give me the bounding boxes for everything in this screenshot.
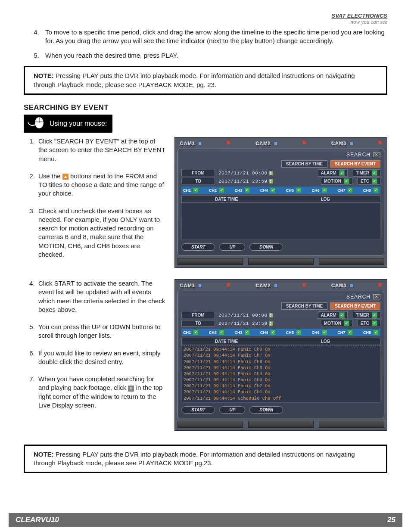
footer-page-number: 25 bbox=[387, 516, 395, 524]
status-dot-icon bbox=[274, 142, 277, 145]
status-dot-icon bbox=[199, 142, 201, 145]
start-button[interactable]: START bbox=[181, 243, 215, 251]
log-row[interactable]: 2007/11/21 09:44:14 Panic Ch4 On bbox=[184, 371, 378, 377]
cam2-label: CAM2 bbox=[256, 141, 271, 146]
footer-model: CLEARVU10 bbox=[16, 516, 59, 524]
spinner-icon[interactable]: ▲▼ bbox=[269, 179, 273, 184]
ch6-checkbox[interactable]: CH6✓ bbox=[312, 330, 327, 335]
timer-checkbox[interactable]: TIMER✓ bbox=[353, 311, 380, 319]
to-value[interactable]: 2007/11/21 23:59 bbox=[218, 179, 268, 184]
event-step-3: Check and uncheck the event boxes as nee… bbox=[37, 207, 166, 259]
timer-checkbox[interactable]: TIMER✓ bbox=[353, 169, 380, 177]
page-header: SVAT ELECTRONICS now you can see bbox=[24, 13, 387, 25]
spinner-icon[interactable]: ▲▼ bbox=[269, 321, 273, 326]
record-icon bbox=[378, 283, 382, 286]
note-box-1: NOTE: Pressing PLAY puts the DVR into pl… bbox=[24, 66, 387, 95]
status-dot-icon bbox=[350, 284, 353, 287]
ch6-checkbox[interactable]: CH6✓ bbox=[312, 187, 327, 193]
up-button[interactable]: UP bbox=[219, 406, 245, 414]
record-icon bbox=[302, 283, 306, 286]
from-value[interactable]: 2007/11/21 00:00 bbox=[218, 171, 268, 176]
results-table[interactable]: 2007/11/21 09:44:14 Panic Ch8 On 2007/11… bbox=[181, 345, 380, 403]
tab-search-by-time[interactable]: SEARCH BY TIME bbox=[281, 160, 327, 168]
record-icon bbox=[227, 141, 230, 144]
tab-search-by-time[interactable]: SEARCH BY TIME bbox=[281, 302, 327, 310]
record-icon bbox=[302, 141, 306, 144]
col-datetime: DATE TIME bbox=[182, 196, 271, 202]
ch4-checkbox[interactable]: CH4✓ bbox=[260, 187, 276, 193]
ch7-checkbox[interactable]: CH7✓ bbox=[337, 330, 353, 335]
event-steps-a: Click "SEARCH BY EVENT" at the top of th… bbox=[24, 137, 166, 259]
ch8-checkbox[interactable]: CH8✓ bbox=[363, 330, 379, 335]
step-5: When you reach the desired time, press P… bbox=[41, 51, 387, 60]
section-heading: SEARCHING BY EVENT bbox=[24, 103, 387, 112]
spinner-icon: ▲ bbox=[62, 174, 68, 180]
log-row[interactable]: 2007/11/21 09:44:14 Panic Ch7 On bbox=[184, 352, 378, 358]
search-title: SEARCH bbox=[346, 152, 371, 158]
step-4: To move to a specific time period, click… bbox=[41, 28, 387, 46]
ch1-checkbox[interactable]: CH1✓ bbox=[183, 187, 199, 193]
etc-checkbox[interactable]: ETC✓ bbox=[358, 320, 380, 327]
brand-tagline: now you can see bbox=[24, 19, 387, 25]
event-step-6: If you would like to review an event, si… bbox=[37, 349, 166, 367]
close-icon[interactable]: ✕ bbox=[373, 152, 380, 157]
tab-search-by-event[interactable]: SEARCH BY EVENT bbox=[330, 302, 380, 310]
down-button[interactable]: DOWN bbox=[249, 406, 283, 414]
event-step-2: Use the ▲ buttons next to the FROM and T… bbox=[37, 172, 166, 198]
etc-checkbox[interactable]: ETC✓ bbox=[358, 177, 380, 185]
using-mouse-callout: Using your mouse: bbox=[24, 115, 112, 133]
ch5-checkbox[interactable]: CH5✓ bbox=[286, 187, 302, 193]
to-label: TO bbox=[181, 178, 215, 184]
mouse-icon bbox=[27, 116, 45, 131]
dvr-screenshot-1: CAM1 CAM2 CAM3 SEARCH ✕ SEARCH BY TIME S… bbox=[174, 137, 387, 268]
log-row[interactable]: 2007/11/21 09:44:14 Panic Ch6 On bbox=[184, 359, 378, 365]
ch7-checkbox[interactable]: CH7✓ bbox=[337, 187, 353, 193]
tab-search-by-event[interactable]: SEARCH BY EVENT bbox=[330, 160, 380, 168]
alarm-checkbox[interactable]: ALARM✓ bbox=[318, 169, 348, 177]
event-steps-b: Click START to activate the search. The … bbox=[24, 279, 166, 410]
page-footer: CLEARVU10 25 bbox=[9, 513, 402, 527]
spinner-icon[interactable]: ▲▼ bbox=[269, 313, 273, 317]
status-dot-icon bbox=[350, 142, 353, 145]
log-row[interactable]: 2007/11/21 09:44:14 Schedule Ch8 Off bbox=[184, 395, 378, 401]
event-step-1: Click "SEARCH BY EVENT" at the top of th… bbox=[37, 137, 166, 163]
log-row[interactable]: 2007/11/21 09:44:14 Panic Ch3 On bbox=[184, 377, 378, 383]
motion-checkbox[interactable]: MOTION✓ bbox=[321, 177, 352, 185]
ch3-checkbox[interactable]: CH3✓ bbox=[234, 330, 250, 335]
dvr-screenshot-2: CAM1 CAM2 CAM3 SEARCH ✕ SEARCH BY TIME S… bbox=[174, 279, 387, 431]
ch4-checkbox[interactable]: CH4✓ bbox=[260, 330, 276, 335]
cam1-label: CAM1 bbox=[180, 141, 195, 146]
brand-name: SVAT ELECTRONICS bbox=[24, 13, 387, 19]
log-row[interactable]: 2007/11/21 09:44:14 Panic Ch2 On bbox=[184, 383, 378, 389]
ch2-checkbox[interactable]: CH2✓ bbox=[209, 330, 224, 335]
cam3-label: CAM3 bbox=[332, 141, 347, 146]
ch1-checkbox[interactable]: CH1✓ bbox=[183, 330, 199, 335]
ch2-checkbox[interactable]: CH2✓ bbox=[209, 187, 224, 193]
spinner-icon[interactable]: ▲▼ bbox=[269, 171, 273, 175]
note-box-2: NOTE: Pressing PLAY puts the DVR into pl… bbox=[24, 445, 387, 473]
intro-steps-list: To move to a specific time period, click… bbox=[24, 28, 387, 60]
close-icon[interactable]: ✕ bbox=[373, 294, 380, 299]
log-row[interactable]: 2007/11/21 09:44:14 Panic Ch1 On bbox=[184, 389, 378, 395]
log-row[interactable]: 2007/11/21 09:44:14 Panic Ch5 On bbox=[184, 365, 378, 371]
down-button[interactable]: DOWN bbox=[249, 243, 283, 251]
record-icon bbox=[227, 283, 230, 286]
using-mouse-label: Using your mouse: bbox=[50, 120, 107, 128]
channel-row: CH1✓ CH2✓ CH3✓ CH4✓ CH5✓ CH6✓ CH7✓ CH8✓ bbox=[181, 187, 380, 194]
note-label: NOTE: bbox=[34, 451, 54, 458]
status-dot-icon bbox=[274, 284, 277, 287]
note-text: Pressing PLAY puts the DVR into playback… bbox=[34, 72, 355, 88]
ch8-checkbox[interactable]: CH8✓ bbox=[363, 187, 379, 193]
record-icon bbox=[378, 141, 382, 144]
log-row[interactable]: 2007/11/21 09:44:14 Panic Ch8 On bbox=[184, 346, 378, 352]
up-button[interactable]: UP bbox=[219, 243, 245, 251]
ch3-checkbox[interactable]: CH3✓ bbox=[234, 187, 250, 193]
col-log: LOG bbox=[271, 196, 380, 202]
ch5-checkbox[interactable]: CH5✓ bbox=[286, 330, 302, 335]
event-step-5: You can press the UP or DOWN buttons to … bbox=[37, 323, 166, 340]
alarm-checkbox[interactable]: ALARM✓ bbox=[318, 311, 348, 319]
motion-checkbox[interactable]: MOTION✓ bbox=[321, 320, 352, 327]
from-label: FROM bbox=[181, 170, 215, 176]
results-table-empty bbox=[181, 203, 380, 240]
start-button[interactable]: START bbox=[181, 406, 215, 414]
